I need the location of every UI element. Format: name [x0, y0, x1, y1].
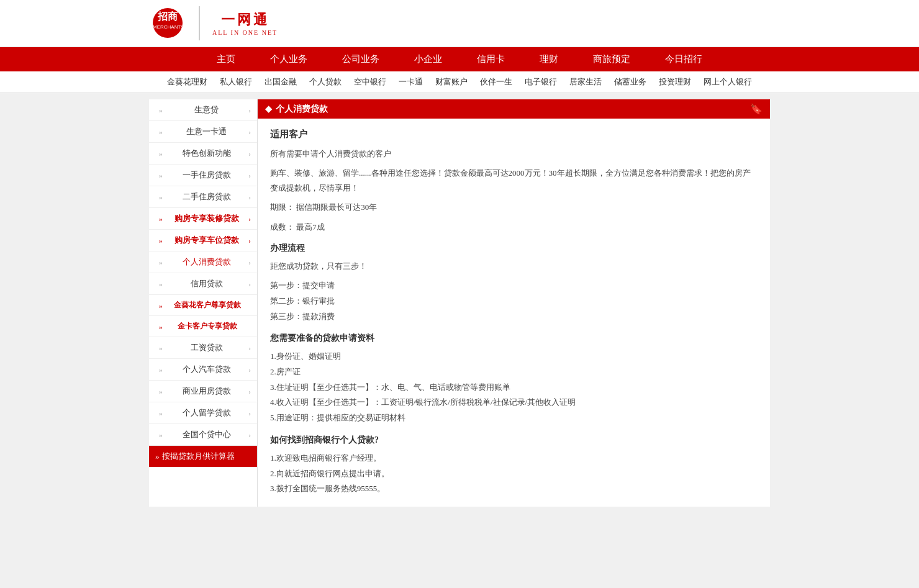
sidebar-prefix: » — [159, 193, 163, 201]
how-3: 3.拨打全国统一服务热线95555。 — [270, 481, 758, 497]
section2-title: 办理流程 — [270, 243, 758, 254]
sidebar-item-shengyi-dai[interactable]: » 生意贷 › — [149, 99, 257, 121]
sub-nav-ebank[interactable]: 电子银行 — [525, 76, 557, 88]
sidebar-arrow-icon: › — [248, 344, 251, 351]
nav-home[interactable]: 主页 — [199, 47, 253, 71]
step2: 第二步：银行审批 — [270, 294, 758, 309]
section1-text: 所有需要申请个人消费贷款的客户 — [270, 147, 758, 161]
sidebar-prefix: » — [159, 302, 163, 309]
doc-1: 1.身份证、婚姻证明 — [270, 349, 758, 364]
nav-today[interactable]: 今日招行 — [648, 47, 720, 71]
sidebar-item-label: 个人汽车贷款 — [165, 364, 249, 375]
sidebar-prefix: » — [159, 344, 163, 351]
sub-nav-home[interactable]: 居家生活 — [569, 76, 602, 88]
sidebar-item-car-loan[interactable]: » 个人汽车贷款 › — [149, 359, 257, 381]
sidebar-item-label: 信用贷款 — [165, 278, 249, 289]
sidebar-item-1st-home[interactable]: » 一手住房贷款 › — [149, 165, 257, 186]
sub-nav-loan[interactable]: 个人贷款 — [309, 76, 342, 88]
content-header: ◆ 个人消费贷款 🔖 — [258, 99, 770, 119]
sidebar-item-commercial-loan[interactable]: » 商业用房贷款 › — [149, 381, 257, 402]
sidebar-arrow-icon: › — [248, 193, 251, 201]
nav-travel[interactable]: 商旅预定 — [576, 47, 648, 71]
content-title-group: ◆ 个人消费贷款 — [265, 104, 328, 115]
content-area: ◆ 个人消费贷款 🔖 适用客户 所有需要申请个人消费贷款的客户 购车、装修、旅游… — [258, 99, 770, 507]
sidebar-item-decoration-loan[interactable]: » 购房专享装修贷款 › — [149, 208, 257, 230]
sidebar-prefix: » — [159, 409, 163, 417]
sidebar-prefix: » — [159, 237, 163, 244]
sidebar-item-label: 二手住房贷款 — [165, 191, 249, 202]
sidebar-item-consumer-loan[interactable]: » 个人消费贷款 › — [149, 251, 257, 273]
term-label: 期限： — [270, 202, 294, 212]
sidebar-arrow-icon: › — [248, 106, 251, 114]
nav-personal[interactable]: 个人业务 — [253, 47, 325, 71]
chengdu-value: 最高7成 — [296, 222, 325, 232]
sidebar: » 生意贷 › » 生意一卡通 › » 特色创新功能 › » 一手住房贷款 › … — [149, 99, 258, 507]
sidebar-prefix: » — [159, 366, 163, 373]
header-icon: 🔖 — [750, 103, 763, 115]
sidebar-prefix: » — [159, 128, 163, 135]
cmb-logo-icon: 招商 CHINA MERCHANTS BANK — [149, 6, 186, 40]
sub-nav-card[interactable]: 一卡通 — [399, 76, 423, 88]
sidebar-item-label: 商业用房贷款 — [165, 386, 249, 397]
sidebar-item-national-center[interactable]: » 全国个贷中心 › — [149, 424, 257, 446]
sub-nav-partner[interactable]: 伙伴一生 — [480, 76, 512, 88]
sub-nav-jkh[interactable]: 金葵花理财 — [167, 76, 207, 88]
nav-credit-card[interactable]: 信用卡 — [460, 47, 522, 71]
sidebar-item-label: 生意一卡通 — [165, 126, 249, 137]
sidebar-arrow-icon: › — [248, 150, 251, 157]
nav-corporate[interactable]: 公司业务 — [325, 47, 397, 71]
sidebar-item-gold-card-loan[interactable]: » 金卡客户专享贷款 — [149, 316, 257, 337]
sub-nav-savings[interactable]: 储蓄业务 — [614, 76, 646, 88]
page-title: 个人消费贷款 — [276, 104, 328, 115]
section3-title: 您需要准备的贷款申请资料 — [270, 333, 758, 344]
sidebar-prefix: » — [159, 258, 163, 266]
sidebar-arrow-icon: › — [248, 215, 251, 222]
section1-desc: 购车、装修、旅游、留学......各种用途任您选择！贷款金额最高可达2000万元… — [270, 166, 758, 195]
section4-title: 如何找到招商银行个人贷款? — [270, 435, 758, 446]
main-nav: 主页 个人业务 公司业务 小企业 信用卡 理财 商旅预定 今日招行 — [0, 47, 919, 71]
sidebar-arrow-icon: › — [248, 171, 251, 179]
sidebar-item-label: 金卡客户专享贷款 — [164, 321, 251, 332]
sidebar-prefix: » — [159, 150, 163, 157]
sidebar-item-study-loan[interactable]: » 个人留学贷款 › — [149, 402, 257, 424]
nav-finance[interactable]: 理财 — [522, 47, 576, 71]
sub-nav-private[interactable]: 私人银行 — [220, 76, 252, 88]
svg-text:招商: 招商 — [157, 11, 178, 22]
sidebar-prefix: » — [159, 215, 163, 222]
step1: 第一步：提交申请 — [270, 278, 758, 294]
sidebar-item-credit-loan[interactable]: » 信用贷款 › — [149, 273, 257, 295]
sidebar-prefix: » — [159, 431, 163, 438]
sidebar-item-label: 金葵花客户尊享贷款 — [164, 300, 251, 310]
title-bullet: ◆ — [265, 104, 272, 114]
yiwt-top-text: 一网通 — [221, 11, 269, 29]
nav-small-biz[interactable]: 小企业 — [397, 47, 460, 71]
sub-nav-overseas[interactable]: 出国金融 — [265, 76, 297, 88]
sub-nav-invest[interactable]: 投资理财 — [659, 76, 691, 88]
doc-4: 4.收入证明【至少任选其一】：工资证明/银行流水/所得税税单/社保记录/其他收入… — [270, 395, 758, 410]
doc-5: 5.用途证明：提供相应的交易证明材料 — [270, 410, 758, 426]
chengdu-label: 成数： — [270, 222, 294, 232]
sidebar-item-jkh-loan[interactable]: » 金葵花客户尊享贷款 — [149, 295, 257, 316]
sub-nav-wealth[interactable]: 财富账户 — [435, 76, 468, 88]
sidebar-item-label: 全国个贷中心 — [165, 429, 249, 440]
sidebar-prefix: » — [159, 106, 163, 114]
sidebar-item-shengyi-ykt[interactable]: » 生意一卡通 › — [149, 121, 257, 143]
sub-nav-air[interactable]: 空中银行 — [354, 76, 386, 88]
calculator-prefix: » — [155, 451, 160, 461]
sidebar-item-label: 购房专享车位贷款 — [165, 235, 249, 246]
sidebar-item-label: 购房专享装修贷款 — [165, 213, 249, 224]
sidebar-prefix: » — [159, 171, 163, 179]
step3: 第三步：提款消费 — [270, 309, 758, 325]
yiwt-logo: 一网通 ALL IN ONE NET — [212, 11, 278, 36]
logo-divider — [199, 6, 200, 40]
sidebar-item-salary-loan[interactable]: » 工资贷款 › — [149, 337, 257, 359]
header: 招商 CHINA MERCHANTS BANK 一网通 ALL IN ONE N… — [0, 0, 919, 47]
sidebar-arrow-icon: › — [248, 366, 251, 373]
main-container: » 生意贷 › » 生意一卡通 › » 特色创新功能 › » 一手住房贷款 › … — [149, 99, 770, 507]
sidebar-item-parking-loan[interactable]: » 购房专享车位贷款 › — [149, 230, 257, 251]
sidebar-item-2nd-home[interactable]: » 二手住房贷款 › — [149, 186, 257, 208]
sub-nav-online-bank[interactable]: 网上个人银行 — [704, 76, 752, 88]
sidebar-calculator-btn[interactable]: » 按揭贷款月供计算器 — [149, 446, 257, 467]
sidebar-item-special[interactable]: » 特色创新功能 › — [149, 143, 257, 165]
doc-3: 3.住址证明【至少任选其一】：水、电、气、电话或物管等费用账单 — [270, 380, 758, 396]
